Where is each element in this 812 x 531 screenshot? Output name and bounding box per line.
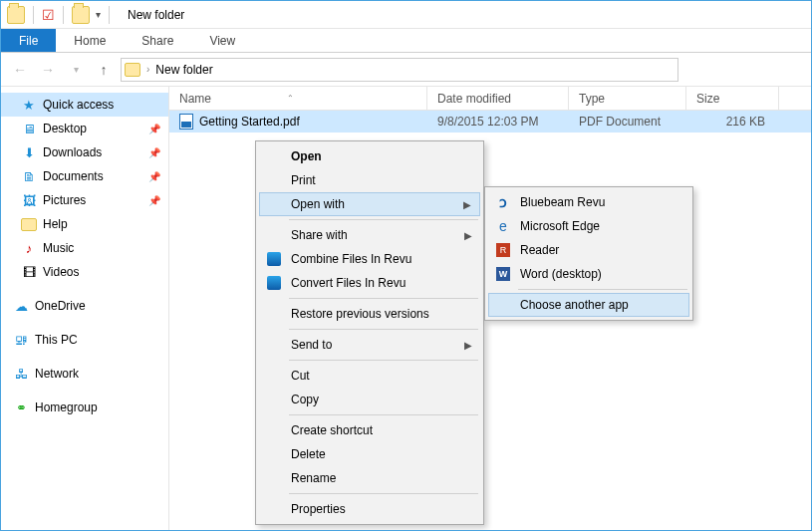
menu-share-with[interactable]: Share with▶ xyxy=(259,223,480,247)
title-bar: ☑ ▾ New folder xyxy=(1,1,811,29)
openwith-edge[interactable]: eMicrosoft Edge xyxy=(488,214,689,238)
col-type[interactable]: Type xyxy=(569,87,686,110)
menu-print[interactable]: Print xyxy=(259,168,480,192)
menu-restore[interactable]: Restore previous versions xyxy=(259,302,480,326)
qat-check-icon[interactable]: ☑ xyxy=(42,7,55,23)
sidebar-documents[interactable]: 🗎 Documents 📌 xyxy=(1,164,168,188)
edge-icon: e xyxy=(499,218,507,234)
bluebeam-icon: ↄ xyxy=(499,194,507,210)
network-icon: 🖧 xyxy=(13,366,29,382)
folder-icon xyxy=(7,6,25,24)
sidebar-pictures[interactable]: 🖼 Pictures 📌 xyxy=(1,188,168,212)
sidebar-music[interactable]: ♪ Music xyxy=(1,236,168,260)
file-date: 9/8/2015 12:03 PM xyxy=(427,115,569,129)
word-icon: W xyxy=(496,267,510,281)
menu-copy[interactable]: Copy xyxy=(259,388,480,411)
tab-home[interactable]: Home xyxy=(56,29,124,52)
sidebar-onedrive[interactable]: ☁ OneDrive xyxy=(1,294,168,318)
pin-icon: 📌 xyxy=(148,171,160,182)
pictures-icon: 🖼 xyxy=(21,192,37,208)
menu-properties[interactable]: Properties xyxy=(259,497,480,521)
window-title: New folder xyxy=(128,8,184,22)
col-date[interactable]: Date modified xyxy=(427,87,569,110)
tab-view[interactable]: View xyxy=(191,29,253,52)
revu-icon xyxy=(267,252,281,266)
file-type: PDF Document xyxy=(569,115,686,129)
openwith-reader[interactable]: RReader xyxy=(488,238,689,262)
address-segment[interactable]: New folder xyxy=(155,63,212,77)
col-size[interactable]: Size xyxy=(686,87,779,110)
menu-send-to[interactable]: Send to▶ xyxy=(259,333,480,357)
pc-icon: 🖳 xyxy=(13,332,29,348)
cloud-icon: ☁ xyxy=(13,298,29,314)
music-icon: ♪ xyxy=(21,240,37,256)
sort-asc-icon: ⌃ xyxy=(287,94,294,103)
nav-toolbar: ← → ▾ ↑ › New folder xyxy=(1,53,811,87)
openwith-choose[interactable]: Choose another app xyxy=(488,293,689,317)
star-icon: ★ xyxy=(21,97,37,113)
chevron-right-icon: ▶ xyxy=(463,199,471,210)
menu-open-with[interactable]: Open with▶ xyxy=(259,192,480,216)
chevron-right-icon: ▶ xyxy=(464,230,472,241)
back-button[interactable]: ← xyxy=(9,59,31,81)
menu-delete[interactable]: Delete xyxy=(259,442,480,466)
pin-icon: 📌 xyxy=(148,124,160,134)
forward-button[interactable]: → xyxy=(37,59,59,81)
menu-cut[interactable]: Cut xyxy=(259,364,480,388)
menu-convert-revu[interactable]: Convert Files In Revu xyxy=(259,271,480,295)
chevron-right-icon[interactable]: › xyxy=(146,64,149,75)
sidebar-desktop[interactable]: 🖥 Desktop 📌 xyxy=(1,117,168,140)
folder-icon xyxy=(21,218,37,231)
sidebar-downloads[interactable]: ⬇ Downloads 📌 xyxy=(1,140,168,164)
desktop-icon: 🖥 xyxy=(21,121,37,136)
menu-rename[interactable]: Rename xyxy=(259,466,480,490)
menu-open[interactable]: Open xyxy=(259,144,480,168)
qat-dropdown-icon[interactable]: ▾ xyxy=(96,9,101,20)
sidebar-thispc[interactable]: 🖳 This PC xyxy=(1,328,168,352)
nav-sidebar: ★ Quick access 🖥 Desktop 📌 ⬇ Downloads 📌… xyxy=(1,87,169,530)
open-with-submenu: ↄBluebeam Revu eMicrosoft Edge RReader W… xyxy=(484,186,693,321)
sidebar-network[interactable]: 🖧 Network xyxy=(1,362,168,386)
col-name[interactable]: Name⌃ xyxy=(169,87,427,110)
pdf-icon xyxy=(179,114,193,130)
folder-icon xyxy=(125,63,140,77)
file-size: 216 KB xyxy=(686,115,779,129)
ribbon-tabs: File Home Share View xyxy=(1,29,811,53)
sidebar-homegroup[interactable]: ⚭ Homegroup xyxy=(1,396,168,419)
qat-folder-icon[interactable] xyxy=(72,6,90,24)
menu-shortcut[interactable]: Create shortcut xyxy=(259,418,480,442)
revu-icon xyxy=(267,276,281,290)
chevron-right-icon: ▶ xyxy=(464,340,472,351)
openwith-bluebeam[interactable]: ↄBluebeam Revu xyxy=(488,190,689,214)
pin-icon: 📌 xyxy=(148,147,160,158)
sidebar-help[interactable]: Help xyxy=(1,212,168,236)
up-button[interactable]: ↑ xyxy=(93,59,115,81)
homegroup-icon: ⚭ xyxy=(13,399,29,415)
menu-combine-revu[interactable]: Combine Files In Revu xyxy=(259,247,480,271)
file-row[interactable]: Getting Started.pdf 9/8/2015 12:03 PM PD… xyxy=(169,111,811,133)
column-headers: Name⌃ Date modified Type Size xyxy=(169,87,811,111)
tab-share[interactable]: Share xyxy=(124,29,191,52)
document-icon: 🗎 xyxy=(21,168,37,184)
openwith-word[interactable]: WWord (desktop) xyxy=(488,262,689,286)
address-bar[interactable]: › New folder xyxy=(121,58,678,82)
reader-icon: R xyxy=(496,243,510,257)
sidebar-videos[interactable]: 🎞 Videos xyxy=(1,260,168,284)
sidebar-quick-access[interactable]: ★ Quick access xyxy=(1,93,168,117)
recent-dropdown[interactable]: ▾ xyxy=(65,59,87,81)
video-icon: 🎞 xyxy=(21,264,37,280)
pin-icon: 📌 xyxy=(148,195,160,206)
context-menu: Open Print Open with▶ Share with▶ Combin… xyxy=(255,140,484,525)
file-name: Getting Started.pdf xyxy=(199,115,300,129)
tab-file[interactable]: File xyxy=(1,29,56,52)
download-icon: ⬇ xyxy=(21,144,37,160)
